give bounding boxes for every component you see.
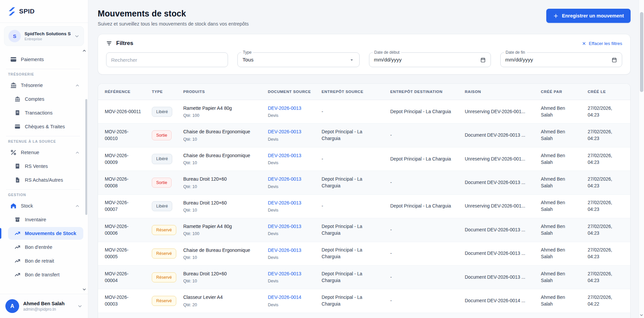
- reference-cell: MOV-2026-00003: [98, 289, 146, 313]
- sidebar-item-bon-d-entr-e[interactable]: Bon d'entrée: [8, 241, 83, 254]
- sidebar-item-bon-de-transfert[interactable]: Bon de transfert: [8, 268, 83, 281]
- product-name: Bureau Droit 120×60: [183, 199, 257, 206]
- sidebar-item-rs-achats-autres[interactable]: RS Achats/Autres: [8, 174, 83, 186]
- document-link[interactable]: DEV-2026-0013: [268, 199, 311, 206]
- source-warehouse-cell: Depot Principal - La Charguia: [316, 242, 385, 265]
- document-link[interactable]: DEV-2026-0013: [268, 105, 311, 111]
- reason-cell: Unreserving DEV-2026-001...: [459, 147, 536, 171]
- sidebar-item-inventaire[interactable]: Inventaire: [8, 213, 83, 226]
- sidebar-item-tr-sorerie[interactable]: Trésorerie: [8, 79, 83, 92]
- document-cell: DEV-2026-0014Devis: [263, 289, 316, 313]
- table-row[interactable]: MOV-2026-00004RéservéBureau Droit 120×60…: [98, 265, 630, 289]
- table-body: MOV-2026-00011LibéréRamette Papier A4 80…: [98, 100, 630, 318]
- chevron-down-icon[interactable]: [639, 313, 644, 317]
- company-type: Entreprise: [25, 37, 71, 41]
- chevron-up-icon: [75, 203, 80, 209]
- date-end-input[interactable]: Date de fin mm/dd/yyyy: [500, 52, 622, 67]
- sidebar-item-comptes[interactable]: Comptes: [8, 93, 83, 105]
- date-start-input[interactable]: Date de début mm/dd/yyyy: [369, 52, 491, 67]
- sidebar-item-bon-de-retrait[interactable]: Bon de retrait: [8, 255, 83, 267]
- type-select-value: Tous: [242, 57, 349, 63]
- type-badge: Sortie: [152, 130, 172, 140]
- product-cell: Chaise de Bureau ErgonomiqueQté: 10: [178, 147, 263, 171]
- document-link[interactable]: DEV-2026-0013: [268, 152, 311, 159]
- document-type: Devis: [268, 302, 311, 308]
- sidebar-item-stock[interactable]: Stock: [8, 199, 83, 212]
- sidebar-item-ch-ques-traites[interactable]: Chèques & Traites: [8, 120, 83, 133]
- table-row[interactable]: MOV-2026-RéservéStylo Bic Cristal Bleu (…: [98, 313, 630, 318]
- type-select[interactable]: Type Tous: [237, 52, 359, 67]
- add-movement-label: Enregistrer un mouvement: [562, 13, 624, 18]
- reason-cell: Document DEV-2026-0013 ...: [459, 265, 536, 289]
- source-warehouse-cell: Depot Principal - La: [316, 313, 385, 318]
- document-link[interactable]: DEV-2026-0013: [268, 270, 311, 277]
- table-row[interactable]: MOV-2026-00008SortieBureau Droit 120×60Q…: [98, 171, 630, 194]
- source-warehouse-cell: Depot Principal - La Charguia: [316, 265, 385, 289]
- search-input[interactable]: [111, 57, 223, 63]
- created-at-cell: 27/02/2026, 04:23: [582, 218, 630, 242]
- document-type: Devis: [268, 231, 311, 237]
- sidebar-item-transactions[interactable]: Transactions: [8, 106, 83, 119]
- product-name: Ramette Papier A4 80g: [183, 105, 257, 111]
- sidebar-item-rs-ventes[interactable]: RS Ventes: [8, 160, 83, 173]
- table-row[interactable]: MOV-2026-00010SortieChaise de Bureau Erg…: [98, 124, 630, 147]
- add-movement-button[interactable]: Enregistrer un mouvement: [546, 9, 631, 23]
- sidebar-item-paiements[interactable]: Paiements: [8, 53, 83, 66]
- sidebar-scrollbar-thumb[interactable]: [85, 99, 87, 215]
- filters-title: Filtres: [116, 40, 133, 47]
- chevron-down-icon[interactable]: [82, 287, 87, 292]
- sidebar-item-retenue[interactable]: Retenue: [8, 146, 83, 159]
- sidebar-item-label: RS Ventes: [25, 164, 80, 169]
- clear-filters-label: Effacer les filtres: [589, 41, 622, 46]
- document-cell: DEV-2026-0013Devis: [263, 171, 316, 194]
- sidebar-item-label: Stock: [21, 203, 75, 209]
- table-row[interactable]: MOV-2026-00009LibéréChaise de Bureau Erg…: [98, 147, 630, 171]
- document-link[interactable]: DEV-2026-0013: [268, 247, 311, 254]
- nav-divider: [6, 69, 80, 69]
- calendar-icon[interactable]: [611, 57, 617, 63]
- trend-icon: [14, 244, 20, 250]
- type-cell: Libéré: [146, 194, 178, 218]
- created-at-cell: 27/02/2026, 04:23: [582, 194, 630, 218]
- page-scrollbar[interactable]: [639, 0, 644, 318]
- chevron-up-icon[interactable]: [82, 48, 87, 53]
- user-menu[interactable]: A Ahmed Ben Salah admin@spidpro.tn: [0, 294, 88, 318]
- company-selector[interactable]: S SpidTech Solutions SA... Entreprise: [4, 26, 84, 46]
- table-row[interactable]: MOV-2026-00005RéservéChaise de Bureau Er…: [98, 242, 630, 265]
- created-by-cell: Ahmed Ben Salah: [536, 171, 582, 194]
- reason-cell: Unreserving DEV-2026-001...: [459, 194, 536, 218]
- sidebar-item-label: Retenue: [21, 150, 75, 155]
- calendar-icon[interactable]: [480, 57, 486, 63]
- table-row[interactable]: MOV-2026-00006RéservéRamette Papier A4 8…: [98, 218, 630, 242]
- company-name: SpidTech Solutions SA...: [25, 31, 71, 36]
- trend-icon: [14, 272, 20, 278]
- source-warehouse-cell: -: [316, 194, 385, 218]
- movements-table-card: RÉFÉRENCETYPEPRODUITSDOCUMENT SOURCEENTR…: [98, 83, 631, 318]
- sidebar-item-label: Bon d'entrée: [25, 244, 80, 250]
- sidebar-item-mouvements-de-stock[interactable]: Mouvements de Stock: [8, 227, 83, 240]
- document-link[interactable]: DEV-2026-0014: [268, 294, 311, 301]
- product-name: Ramette Papier A4 80g: [183, 223, 257, 230]
- created-at-cell: 27/02/2026, 04:23: [582, 147, 630, 171]
- product-quantity: Qté: 10: [183, 278, 257, 284]
- caret-down-icon: [349, 57, 355, 63]
- plus-icon: [553, 13, 559, 19]
- table-row[interactable]: MOV-2026-00011LibéréRamette Papier A4 80…: [98, 100, 630, 124]
- clear-filters-button[interactable]: Effacer les filtres: [582, 41, 622, 46]
- document-link[interactable]: DEV-2026-0013: [268, 176, 311, 182]
- table-row[interactable]: MOV-2026-00003RéservéClasseur Levier A4Q…: [98, 289, 630, 313]
- type-cell: Réservé: [146, 242, 178, 265]
- column-header-cr-par: CRÉÉ PAR: [536, 84, 582, 100]
- destination-warehouse-cell: -: [385, 242, 459, 265]
- type-badge: Réservé: [152, 272, 176, 282]
- product-quantity: Qté: 100: [183, 231, 257, 237]
- document-link[interactable]: DEV-2026-0013: [268, 223, 311, 230]
- search-field: [106, 52, 228, 67]
- document-link[interactable]: DEV-2026-0013: [268, 128, 311, 135]
- sidebar: SPID S SpidTech Solutions SA... Entrepri…: [0, 0, 88, 318]
- table-row[interactable]: MOV-2026-00007LibéréBureau Droit 120×60Q…: [98, 194, 630, 218]
- filters-panel: Filtres Effacer les filtres Type Tous: [98, 34, 631, 75]
- trend-icon: [14, 258, 20, 264]
- document-type: Devis: [268, 278, 311, 284]
- page-scrollbar-thumb[interactable]: [640, 12, 643, 92]
